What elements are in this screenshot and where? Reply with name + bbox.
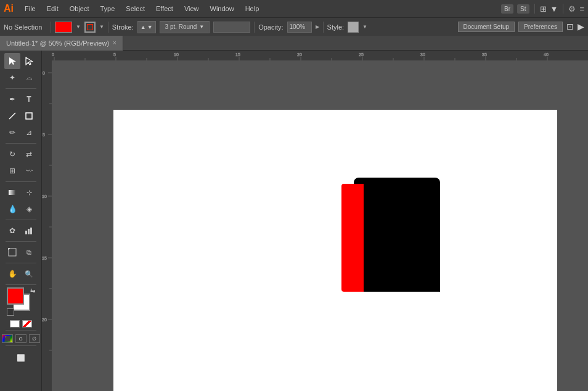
svg-text:15: 15 [42,256,47,260]
main-area: ✦ ⌓ ✒ T ✏ ⊿ ↻ ⇄ ⊞ 〰 [0,51,588,391]
menu-view[interactable]: View [179,4,204,14]
artwork [341,178,440,292]
warp-tool[interactable]: 〰 [21,163,37,179]
menu-divider2 [563,4,563,14]
workspace-icon[interactable]: ⊞ [540,4,547,14]
direct-selection-tool[interactable] [21,53,37,69]
opacity-arrow-icon[interactable]: ▶ [316,24,319,30]
blend-tool[interactable]: ◈ [21,201,37,217]
menu-window[interactable]: Window [205,4,239,14]
eyedropper-tool[interactable]: 💧 [4,201,20,217]
line-tool[interactable] [4,108,20,124]
mask-swatch[interactable] [22,320,32,327]
tool-sep-9 [6,345,36,346]
rotate-tool[interactable]: ↻ [4,146,20,162]
menubar: Ai File Edit Object Type Select Effect V… [0,0,588,17]
tool-row-7: ⊞ 〰 [4,163,37,179]
tool-row-4 [4,108,37,124]
reset-colors-icon[interactable] [7,308,14,316]
svg-text:5: 5 [43,133,45,137]
app-logo: Ai [4,3,14,14]
stroke-up-icon[interactable]: ▲ [141,24,146,30]
tool-sep-1 [6,88,36,89]
style-color-swatch[interactable] [348,22,359,33]
tool-row-12: ✋ 🔍 [4,266,37,282]
pencil-tool[interactable]: ✏ [4,125,20,141]
fill-arrow-icon: ▼ [76,24,81,30]
foreground-color-swatch[interactable] [7,287,24,305]
stroke-type-selector[interactable]: 3 pt. Round ▼ [160,21,210,33]
right-buttons: Document Setup Preferences ⊡ ▶ [458,22,584,32]
svg-text:0: 0 [43,71,45,75]
svg-text:20: 20 [42,318,47,322]
search-icon[interactable]: ≡ [579,4,584,14]
opacity-input[interactable] [287,22,312,33]
toggle-screen-button[interactable]: ⬜ [13,350,29,366]
eraser-tool[interactable]: ⊿ [21,125,37,141]
arrange-doc-icon[interactable]: ⊡ [566,22,574,32]
swap-colors-icon[interactable]: ⇆ [30,287,35,294]
pen-tool[interactable]: ✒ [4,91,20,107]
stroke-dash-pattern[interactable] [213,22,250,33]
collapse-icon[interactable]: ▶ [578,22,584,32]
selection-label: No Selection [4,23,47,31]
svg-text:30: 30 [420,52,425,57]
reflect-tool[interactable]: ⇄ [21,146,37,162]
none-mode-button[interactable]: ∅ [29,334,40,343]
tool-sep-4 [6,220,36,220]
opt-div1 [51,22,51,33]
menu-divider [534,4,535,14]
fill-color-swatch[interactable] [55,22,72,33]
document-tab[interactable]: Untitled-1* @ 50% (RGB/Preview) × [0,36,123,51]
bridge-button[interactable]: Br [501,4,513,14]
stroke-size-box[interactable]: ▲ ▼ [137,21,156,33]
sync-icon[interactable]: ⚙ [568,4,576,14]
tab-close-button[interactable]: × [113,39,116,46]
type-tool-btn[interactable]: T [21,91,37,107]
opacity-label: Opacity: [258,23,283,31]
artboard-tool[interactable] [4,244,20,260]
lasso-tool[interactable]: ⌓ [21,70,37,86]
opt-div3 [254,22,255,33]
slice-tool[interactable]: ⧉ [21,244,37,260]
magic-wand-tool[interactable]: ✦ [4,70,20,86]
svg-text:10: 10 [174,52,179,57]
stroke-down-icon[interactable]: ▼ [147,24,153,30]
canvas-scroll[interactable] [52,60,588,391]
svg-text:25: 25 [359,52,364,57]
mesh-tool[interactable]: ⊹ [21,184,37,200]
color-mode-button[interactable]: ⬛ [2,334,13,343]
stroke-arrow-icon: ▼ [99,24,104,30]
svg-text:40: 40 [544,52,549,57]
selection-tool[interactable] [4,53,20,69]
hand-tool[interactable]: ✋ [4,266,20,282]
stroke-icon[interactable] [84,22,96,33]
tool-sep-8 [6,330,36,331]
preferences-button[interactable]: Preferences [518,22,563,32]
tool-sep-3 [6,181,36,182]
menu-effect[interactable]: Effect [151,4,178,14]
svg-text:20: 20 [297,52,302,57]
stock-button[interactable]: St [517,4,529,14]
column-graph-tool[interactable] [21,223,37,239]
gradient-mode-button[interactable]: G [15,334,27,343]
none-swatch[interactable] [10,320,20,327]
gradient-tool[interactable] [4,184,20,200]
tab-title: Untitled-1* @ 50% (RGB/Preview) [6,39,109,47]
symbol-tool[interactable]: ✿ [4,223,20,239]
scale-tool[interactable]: ⊞ [4,163,20,179]
zoom-tool[interactable]: 🔍 [21,266,37,282]
menu-object[interactable]: Object [65,4,94,14]
shape-tool[interactable] [21,108,37,124]
menu-file[interactable]: File [20,4,41,14]
menu-help[interactable]: Help [240,4,264,14]
menu-select[interactable]: Select [121,4,150,14]
arrange-icon[interactable]: ▼ [550,4,558,14]
svg-text:15: 15 [235,52,240,57]
tool-sep-5 [6,241,36,242]
style-arrow-icon: ▼ [362,24,367,30]
menu-edit[interactable]: Edit [42,4,63,14]
document-setup-button[interactable]: Document Setup [458,22,515,32]
menu-type[interactable]: Type [96,4,120,14]
svg-rect-38 [42,60,52,391]
